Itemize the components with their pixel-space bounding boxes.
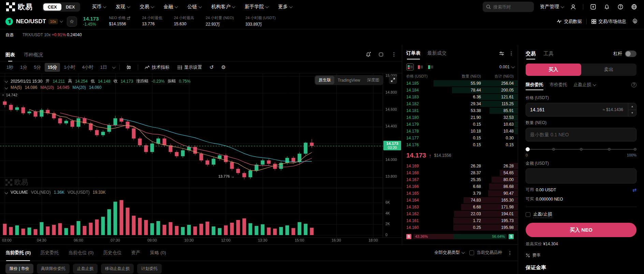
slider-stop-100[interactable]: [634, 148, 636, 151]
tab-tools[interactable]: 工具: [543, 45, 554, 62]
stepper-down-icon[interactable]: ▼: [628, 110, 636, 117]
order-type-tpsl[interactable]: 止盈止损: [573, 78, 595, 92]
ask-row[interactable]: 14.1770.150.30: [402, 135, 518, 141]
tab-orderbook[interactable]: 订单表: [406, 45, 421, 61]
timeframe-more-chevron[interactable]: [112, 65, 116, 69]
mode-depth[interactable]: 深度图: [364, 76, 383, 84]
orderbook-last-price[interactable]: 14.173 ↑ $14.1556: [402, 148, 518, 163]
search-input[interactable]: [493, 4, 527, 10]
watchlist-label[interactable]: 自选: [5, 32, 14, 38]
ask-row[interactable]: 14.18555.99256.04: [402, 80, 518, 87]
download-app-icon[interactable]: [589, 3, 597, 11]
tab-trade[interactable]: 交易: [526, 45, 536, 62]
assets-menu[interactable]: 资产管理: [540, 4, 563, 10]
bid-row[interactable]: 14.16474.83165.30: [402, 197, 518, 204]
language-globe-icon[interactable]: [630, 3, 638, 11]
current-instrument-filter[interactable]: 当前交易品种: [469, 250, 502, 256]
ask-row[interactable]: 14.18021.9032.53: [402, 114, 518, 121]
amount-slider[interactable]: [526, 147, 636, 152]
ask-row[interactable]: 14.1836.36121.61: [402, 94, 518, 100]
market-info-button[interactable]: 交易/市场信息: [591, 18, 626, 25]
order-type-market[interactable]: 市价委托: [550, 78, 567, 92]
buy-tab[interactable]: 买入: [526, 64, 581, 76]
sell-tab[interactable]: 卖出: [581, 64, 637, 76]
bottom-tab-策略 (0)[interactable]: 策略 (0): [150, 245, 166, 261]
ask-row[interactable]: 14.18229.34115.25: [402, 100, 518, 107]
amount-input[interactable]: [530, 132, 632, 137]
tab-coin-overview[interactable]: 币种概况: [24, 49, 43, 61]
order-type-limit[interactable]: 限价委托: [526, 78, 543, 92]
chart-settings-gear-icon[interactable]: ⚙: [218, 64, 229, 70]
collapse-chevron[interactable]: [5, 80, 8, 83]
chevron-down-icon[interactable]: [60, 19, 63, 23]
mode-tradingview[interactable]: TradingView: [334, 77, 364, 84]
help-icon[interactable]: ?: [631, 82, 636, 87]
okx-logo[interactable]: 欧易: [6, 2, 33, 12]
fullscreen-expand-icon[interactable]: [389, 76, 397, 84]
bid-row[interactable]: 14.1600.25195.98: [402, 224, 518, 231]
ask-row[interactable]: 14.1790.1510.63: [402, 121, 518, 128]
precision-dropdown[interactable]: 0.001: [499, 65, 514, 69]
timeframe-15分[interactable]: 15分: [45, 63, 60, 72]
collapse-chevron[interactable]: [5, 86, 8, 89]
nav-item-更多[interactable]: 更多: [278, 4, 292, 10]
bottom-tab-资产[interactable]: 资产: [131, 245, 141, 261]
buy-submit-button[interactable]: 买入 NEO: [526, 223, 636, 237]
bid-row[interactable]: 14.1653.7990.47: [402, 190, 518, 197]
price-alert-marker[interactable]: × 14.742: [2, 93, 17, 97]
candle-style-icon[interactable]: [123, 65, 134, 70]
stepper-up-icon[interactable]: ▲: [628, 103, 636, 110]
notifications-bell-icon[interactable]: [603, 3, 611, 11]
filter-sliders-icon[interactable]: [499, 51, 504, 56]
kebab-menu-icon[interactable]: ⋮: [508, 250, 512, 256]
replay-icon[interactable]: ↺: [206, 64, 217, 70]
indicators-button[interactable]: 技术指标: [142, 64, 173, 70]
bottom-tab-历史委托[interactable]: 历史委托: [40, 245, 59, 261]
pair-name[interactable]: NEO/USDT: [16, 18, 46, 25]
nav-item-买币[interactable]: 买币: [92, 4, 105, 10]
kebab-menu-icon[interactable]: ⋮: [509, 51, 514, 56]
timeframe-1小时[interactable]: 1小时: [61, 63, 78, 72]
ask-row[interactable]: 14.1760.150.15: [402, 141, 518, 148]
help-icon[interactable]: [617, 3, 624, 11]
bid-row[interactable]: 14.16725.3580.00: [402, 176, 518, 183]
candlestick-chart-canvas[interactable]: [0, 73, 402, 244]
nav-item-金融[interactable]: 金融: [163, 4, 177, 10]
leverage-badge[interactable]: 10x: [48, 19, 58, 24]
tpsl-checkbox[interactable]: [526, 212, 530, 217]
search-box[interactable]: [483, 2, 534, 12]
display-settings-button[interactable]: 显示设置: [174, 64, 205, 70]
bottom-tab-历史仓位[interactable]: 历史仓位: [103, 245, 122, 261]
swap-icon[interactable]: ⇄: [632, 187, 636, 193]
timeframe-4小时[interactable]: 4小时: [79, 63, 96, 72]
cex-toggle[interactable]: CEX: [43, 3, 61, 11]
nav-item-新手学院[interactable]: 新手学院: [245, 4, 268, 10]
tab-recent-trades[interactable]: 最新成交: [427, 45, 447, 61]
leverage-toggle[interactable]: [625, 51, 636, 57]
bid-row[interactable]: 14.16828.3754.65: [402, 169, 518, 176]
ask-row[interactable]: 14.18153.3885.91: [402, 107, 518, 114]
order-subtype-高级限价委托[interactable]: 高级限价委托: [37, 264, 70, 274]
order-subtype-移动止盈止损[interactable]: 移动止盈止损: [101, 264, 134, 274]
bottom-tab-当前仓位 (0)[interactable]: 当前仓位 (0): [68, 245, 93, 261]
slider-stop-75[interactable]: [608, 148, 611, 151]
fee-row[interactable]: 费率: [526, 252, 636, 258]
timeframe-1分[interactable]: 1分: [17, 63, 30, 72]
popout-window-icon[interactable]: [377, 51, 385, 58]
last-price-axis-tag[interactable]: 14.173 03:20: [383, 141, 401, 150]
timeframe-1秒[interactable]: 1秒: [3, 63, 16, 72]
bid-row[interactable]: 14.1611.72195.73: [402, 217, 518, 224]
trade-data-button[interactable]: 交易数据: [557, 18, 582, 25]
timeframe-1日[interactable]: 1日: [97, 63, 110, 72]
nav-item-公链[interactable]: 公链: [187, 4, 201, 10]
nav-item-交易[interactable]: 交易: [140, 4, 153, 10]
dex-toggle[interactable]: DEX: [61, 3, 79, 11]
price-alert-icon[interactable]: [364, 51, 372, 58]
favorite-star-button[interactable]: ☆: [67, 16, 77, 27]
nav-item-发现[interactable]: 发现: [116, 4, 129, 10]
ask-row[interactable]: 14.18478.44200.05: [402, 87, 518, 94]
trade-type-filter[interactable]: 全部交易类型: [434, 250, 464, 256]
nav-item-机构客户[interactable]: 机构客户: [211, 4, 234, 10]
watch-ticker[interactable]: TRX/USDT 10x +0.91% 0.24040: [23, 32, 82, 37]
slider-stop-50[interactable]: [580, 148, 583, 151]
